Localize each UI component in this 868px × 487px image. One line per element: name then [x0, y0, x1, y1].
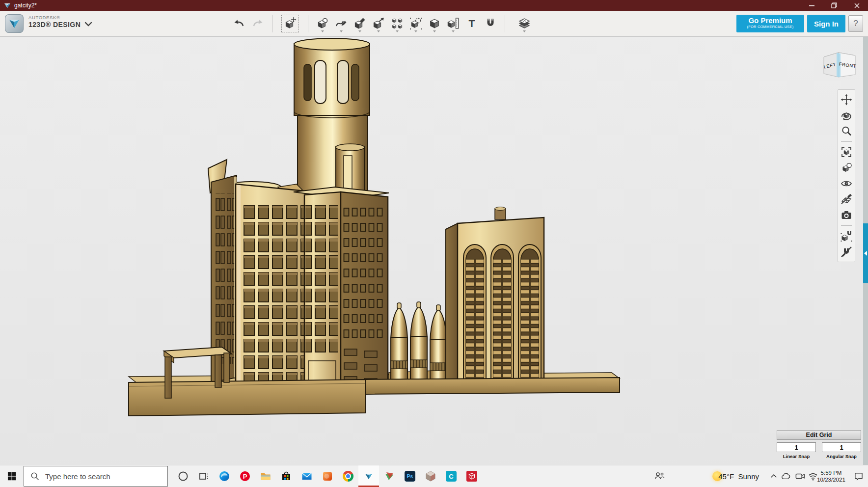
cortana-icon	[178, 471, 189, 482]
restore-button[interactable]	[823, 0, 845, 11]
tool-strip: T	[230, 11, 534, 36]
task-view-icon	[198, 471, 209, 482]
tray-show-hidden[interactable]	[769, 465, 779, 487]
taskbar-item-chrome[interactable]	[338, 465, 358, 487]
taskbar-item-photoshop-express[interactable]: Ps	[400, 465, 420, 487]
mail-icon	[301, 470, 313, 482]
grouping-button[interactable]	[408, 15, 423, 32]
redo-button[interactable]	[250, 15, 265, 32]
view-cube[interactable]: LEFT FRONT	[821, 49, 857, 80]
visibility-button[interactable]	[839, 176, 854, 191]
tray-meet-now[interactable]	[794, 465, 806, 487]
meet-now-icon	[795, 471, 806, 481]
shaded-view-icon	[841, 162, 852, 174]
linear-snap-input[interactable]	[777, 442, 816, 452]
hide-sketches-icon	[841, 193, 852, 205]
taskbar-item-edge[interactable]	[214, 465, 235, 487]
pattern-button[interactable]	[390, 15, 405, 32]
folder-icon	[260, 470, 271, 482]
weather-temp: 45°F	[718, 472, 734, 481]
start-button[interactable]	[0, 465, 24, 487]
app-logo-icon	[4, 2, 11, 9]
action-center-button[interactable]	[852, 465, 865, 487]
modify-icon	[372, 17, 385, 30]
brand-text: AUTODESK® 123D® DESIGN	[28, 15, 81, 28]
text-tool-button[interactable]: T	[464, 15, 479, 32]
minimize-button[interactable]	[800, 0, 823, 11]
edge-icon	[218, 470, 230, 482]
model-center-building	[294, 187, 389, 393]
taskbar-item-pinterest[interactable]: P	[235, 465, 255, 487]
edit-grid-button[interactable]: Edit Grid	[777, 430, 861, 440]
pan-icon	[841, 94, 852, 106]
undo-icon	[233, 17, 245, 30]
transform-move-icon	[283, 17, 297, 30]
search-input[interactable]	[44, 472, 167, 481]
taskbar-item-store[interactable]	[276, 465, 297, 487]
zoom-button[interactable]	[839, 124, 854, 138]
measure-button[interactable]	[446, 15, 461, 32]
snap-tool-button[interactable]	[483, 15, 498, 32]
magnifier-icon	[841, 125, 852, 137]
orbit-button[interactable]	[839, 108, 854, 123]
angular-snap-label: Angular Snap	[822, 454, 861, 459]
primitives-icon	[316, 17, 329, 30]
sign-in-button[interactable]: Sign In	[807, 15, 845, 32]
combine-button[interactable]	[427, 15, 442, 32]
camera-icon	[841, 209, 852, 221]
taskbar-item-123d-catch[interactable]	[379, 465, 400, 487]
hide-sketches-button[interactable]	[839, 192, 854, 207]
tray-weather-text[interactable]: 45°F Sunny	[718, 465, 759, 487]
taskbar-item-file-explorer[interactable]	[255, 465, 276, 487]
taskbar-item-3d-viewer[interactable]	[461, 465, 482, 487]
taskbar-item-meshmixer[interactable]	[420, 465, 441, 487]
red-cube-icon	[466, 471, 477, 482]
123d-logo-icon	[8, 17, 21, 30]
view-toolbar	[838, 89, 855, 262]
taskbar-item-123d-design-active[interactable]	[358, 465, 379, 487]
viewport-canvas[interactable]: LEFT FRONT	[0, 37, 868, 465]
pan-button[interactable]	[839, 92, 854, 107]
search-icon	[30, 472, 39, 481]
app-menu-chevron-icon[interactable]	[84, 20, 92, 28]
action-center-icon	[854, 471, 864, 481]
close-button[interactable]	[845, 0, 868, 11]
taskbar-item-task-view[interactable]	[193, 465, 214, 487]
side-panel-tab[interactable]	[863, 223, 868, 283]
transform-move-button[interactable]	[281, 15, 299, 32]
magnet-icon	[484, 17, 497, 30]
primitives-button[interactable]	[315, 15, 330, 32]
chevron-up-icon	[769, 472, 778, 481]
taskbar-item-cura[interactable]: C	[441, 465, 461, 487]
angular-snap-input[interactable]	[822, 442, 861, 452]
tray-clock[interactable]: 5:59 PM 10/23/2021	[812, 465, 850, 487]
taskbar-search[interactable]	[24, 466, 168, 487]
view-toolbar-separator	[841, 225, 852, 226]
screenshot-button[interactable]	[839, 208, 854, 222]
tray-people[interactable]	[653, 465, 666, 487]
help-button[interactable]: ?	[848, 15, 863, 32]
cura-letter: C	[449, 473, 453, 480]
taskbar-item-cortana[interactable]	[173, 465, 193, 487]
snap-to-object-button[interactable]	[839, 229, 854, 244]
people-icon	[653, 471, 665, 482]
unsnap-button[interactable]	[839, 244, 854, 259]
sketch-button[interactable]	[334, 15, 349, 32]
measure-icon	[447, 17, 460, 30]
tray-onedrive[interactable]	[781, 465, 792, 487]
shaded-view-button[interactable]	[839, 161, 854, 175]
svg-text:P: P	[243, 473, 247, 480]
modify-button[interactable]	[371, 15, 386, 32]
taskbar-item-office[interactable]	[317, 465, 338, 487]
undo-button[interactable]	[232, 15, 246, 32]
taskbar-item-mail[interactable]	[297, 465, 317, 487]
taskbar-apps: P	[173, 465, 482, 487]
material-button[interactable]	[517, 15, 532, 32]
grouping-icon	[409, 17, 422, 30]
go-premium-button[interactable]: Go Premium (FOR COMMERCIAL USE)	[736, 15, 804, 32]
construct-button[interactable]	[353, 15, 367, 32]
office-icon	[322, 470, 333, 482]
material-layers-icon	[518, 17, 531, 30]
photoshop-letter: Ps	[407, 473, 413, 479]
fit-button[interactable]	[839, 145, 854, 160]
